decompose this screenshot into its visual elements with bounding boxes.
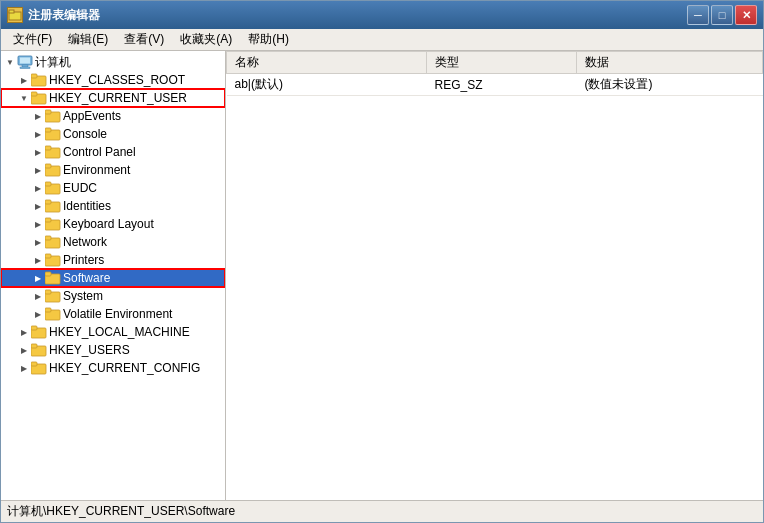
svg-rect-15 bbox=[45, 146, 51, 150]
computer-label: 计算机 bbox=[35, 54, 71, 71]
expand-icon-computer[interactable]: ▼ bbox=[3, 55, 17, 69]
col-type: 类型 bbox=[427, 52, 577, 74]
current-user-label: HKEY_CURRENT_USER bbox=[49, 91, 187, 105]
close-button[interactable]: ✕ bbox=[735, 5, 757, 25]
folder-icon-control-panel bbox=[45, 145, 61, 159]
expand-icon-identities[interactable]: ▶ bbox=[31, 199, 45, 213]
col-name: 名称 bbox=[227, 52, 427, 74]
folder-icon-environment bbox=[45, 163, 61, 177]
network-label: Network bbox=[63, 235, 107, 249]
restore-button[interactable]: □ bbox=[711, 5, 733, 25]
expand-icon-current-user[interactable]: ▼ bbox=[17, 91, 31, 105]
tree-node-eudc[interactable]: ▶ EUDC bbox=[1, 179, 225, 197]
tree-node-users[interactable]: ▶ HKEY_USERS bbox=[1, 341, 225, 359]
svg-rect-13 bbox=[45, 128, 51, 132]
tree-node-volatile-env[interactable]: ▶ Volatile Environment bbox=[1, 305, 225, 323]
tree-node-classes-root[interactable]: ▶ HKEY_CLASSES_ROOT bbox=[1, 71, 225, 89]
expand-icon-users[interactable]: ▶ bbox=[17, 343, 31, 357]
folder-icon-printers bbox=[45, 253, 61, 267]
app-icon bbox=[7, 7, 23, 23]
tree-node-environment[interactable]: ▶ Environment bbox=[1, 161, 225, 179]
system-label: System bbox=[63, 289, 103, 303]
svg-rect-37 bbox=[31, 344, 37, 348]
expand-icon-system[interactable]: ▶ bbox=[31, 289, 45, 303]
keyboard-layout-label: Keyboard Layout bbox=[63, 217, 154, 231]
menu-favorites[interactable]: 收藏夹(A) bbox=[172, 29, 240, 50]
menu-help[interactable]: 帮助(H) bbox=[240, 29, 297, 50]
menu-file[interactable]: 文件(F) bbox=[5, 29, 60, 50]
tree-node-local-machine[interactable]: ▶ HKEY_LOCAL_MACHINE bbox=[1, 323, 225, 341]
table-row[interactable]: ab|(默认) REG_SZ (数值未设置) bbox=[227, 74, 763, 96]
svg-rect-23 bbox=[45, 218, 51, 222]
svg-rect-39 bbox=[31, 362, 37, 366]
svg-rect-19 bbox=[45, 182, 51, 186]
row-data: (数值未设置) bbox=[577, 74, 763, 96]
main-area: ▼ 计算机 ▶ HKEY_CLASSES_ROOT bbox=[1, 51, 763, 500]
title-bar: 注册表编辑器 ─ □ ✕ bbox=[1, 1, 763, 29]
expand-icon-current-config[interactable]: ▶ bbox=[17, 361, 31, 375]
tree-node-console[interactable]: ▶ Console bbox=[1, 125, 225, 143]
data-table: 名称 类型 数据 ab|(默认) REG_SZ (数值未设置) bbox=[226, 51, 763, 96]
svg-rect-27 bbox=[45, 254, 51, 258]
expand-icon-control-panel[interactable]: ▶ bbox=[31, 145, 45, 159]
folder-icon-keyboard-layout bbox=[45, 217, 61, 231]
identities-label: Identities bbox=[63, 199, 111, 213]
expand-icon-console[interactable]: ▶ bbox=[31, 127, 45, 141]
console-label: Console bbox=[63, 127, 107, 141]
expand-icon-appevents[interactable]: ▶ bbox=[31, 109, 45, 123]
minimize-button[interactable]: ─ bbox=[687, 5, 709, 25]
folder-icon-software bbox=[45, 271, 61, 285]
folder-icon-identities bbox=[45, 199, 61, 213]
expand-icon-environment[interactable]: ▶ bbox=[31, 163, 45, 177]
tree-node-system[interactable]: ▶ System bbox=[1, 287, 225, 305]
tree-node-software[interactable]: ▶ Software bbox=[1, 269, 225, 287]
appevents-label: AppEvents bbox=[63, 109, 121, 123]
folder-icon-system bbox=[45, 289, 61, 303]
users-label: HKEY_USERS bbox=[49, 343, 130, 357]
tree-node-network[interactable]: ▶ Network bbox=[1, 233, 225, 251]
expand-icon-network[interactable]: ▶ bbox=[31, 235, 45, 249]
menu-edit[interactable]: 编辑(E) bbox=[60, 29, 116, 50]
expand-icon-printers[interactable]: ▶ bbox=[31, 253, 45, 267]
svg-rect-35 bbox=[31, 326, 37, 330]
software-label: Software bbox=[63, 271, 110, 285]
tree-node-identities[interactable]: ▶ Identities bbox=[1, 197, 225, 215]
folder-icon-local-machine bbox=[31, 325, 47, 339]
control-panel-label: Control Panel bbox=[63, 145, 136, 159]
svg-rect-9 bbox=[31, 92, 37, 96]
printers-label: Printers bbox=[63, 253, 104, 267]
row-type: REG_SZ bbox=[427, 74, 577, 96]
folder-icon-users bbox=[31, 343, 47, 357]
folder-icon-console bbox=[45, 127, 61, 141]
tree-node-keyboard-layout[interactable]: ▶ Keyboard Layout bbox=[1, 215, 225, 233]
expand-icon-eudc[interactable]: ▶ bbox=[31, 181, 45, 195]
data-scroll-area[interactable]: 名称 类型 数据 ab|(默认) REG_SZ (数值未设置) bbox=[226, 51, 763, 500]
tree-node-control-panel[interactable]: ▶ Control Panel bbox=[1, 143, 225, 161]
expand-icon-volatile-env[interactable]: ▶ bbox=[31, 307, 45, 321]
folder-icon-volatile-env bbox=[45, 307, 61, 321]
volatile-env-label: Volatile Environment bbox=[63, 307, 172, 321]
folder-icon-eudc bbox=[45, 181, 61, 195]
svg-rect-7 bbox=[31, 74, 37, 78]
window-title: 注册表编辑器 bbox=[28, 7, 687, 24]
svg-rect-5 bbox=[20, 67, 30, 69]
svg-rect-29 bbox=[45, 272, 51, 276]
window-controls: ─ □ ✕ bbox=[687, 5, 757, 25]
expand-icon-software[interactable]: ▶ bbox=[31, 271, 45, 285]
svg-rect-31 bbox=[45, 290, 51, 294]
tree-node-appevents[interactable]: ▶ AppEvents bbox=[1, 107, 225, 125]
tree-node-current-user[interactable]: ▼ HKEY_CURRENT_USER bbox=[1, 89, 225, 107]
menu-view[interactable]: 查看(V) bbox=[116, 29, 172, 50]
expand-icon-keyboard-layout[interactable]: ▶ bbox=[31, 217, 45, 231]
expand-icon-classes-root[interactable]: ▶ bbox=[17, 73, 31, 87]
local-machine-label: HKEY_LOCAL_MACHINE bbox=[49, 325, 190, 339]
status-bar: 计算机\HKEY_CURRENT_USER\Software bbox=[1, 500, 763, 522]
tree-node-current-config[interactable]: ▶ HKEY_CURRENT_CONFIG bbox=[1, 359, 225, 377]
tree-node-computer[interactable]: ▼ 计算机 bbox=[1, 53, 225, 71]
expand-icon-local-machine[interactable]: ▶ bbox=[17, 325, 31, 339]
tree-node-printers[interactable]: ▶ Printers bbox=[1, 251, 225, 269]
data-panel: 名称 类型 数据 ab|(默认) REG_SZ (数值未设置) bbox=[226, 51, 763, 500]
col-data: 数据 bbox=[577, 52, 763, 74]
tree-panel[interactable]: ▼ 计算机 ▶ HKEY_CLASSES_ROOT bbox=[1, 51, 226, 500]
svg-rect-11 bbox=[45, 110, 51, 114]
